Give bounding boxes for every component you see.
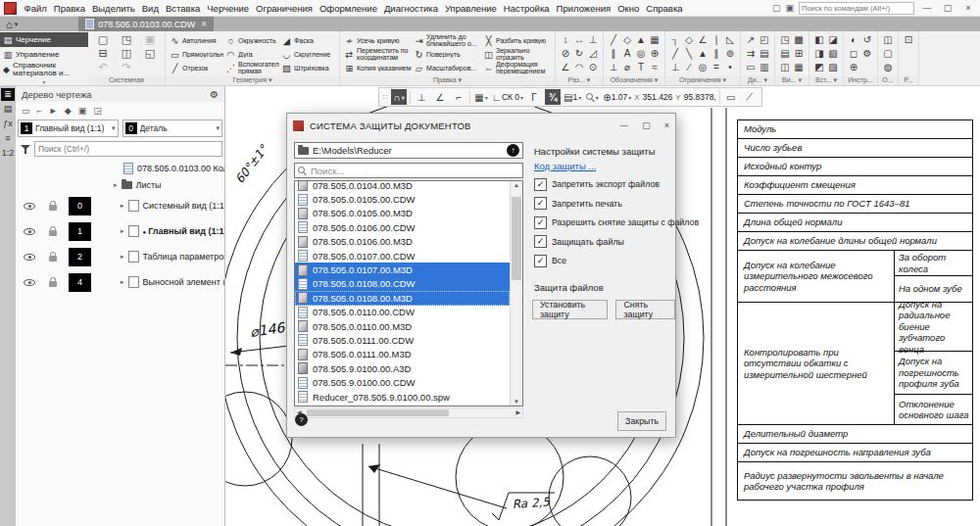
file-item[interactable]: 078.505.9.0100.00.CDW <box>295 375 510 389</box>
tree-item[interactable]: 4▸Выносной элемент (1:1) <box>16 269 224 295</box>
side-panel-tab[interactable]: 1:2 <box>1 147 15 160</box>
tree-search-input[interactable] <box>34 141 222 157</box>
mode-button[interactable]: ▤Черчение <box>0 32 88 47</box>
checkbox-checked-icon[interactable]: ✓ <box>534 255 547 267</box>
menu-item[interactable]: Выделить <box>88 3 138 14</box>
protection-checkbox[interactable]: ✓Все <box>534 255 699 266</box>
checkbox-checked-icon[interactable]: ✓ <box>534 235 547 248</box>
cad-tool-icon[interactable]: ↺ <box>861 33 873 46</box>
tree-toolbar-icon[interactable]: ► <box>49 106 58 116</box>
maximize-button[interactable]: ▢ <box>940 3 956 13</box>
gear-icon[interactable]: ⚙ <box>210 89 219 100</box>
cad-tool-icon[interactable]: ╲ <box>683 47 695 60</box>
cad-tool-icon[interactable]: ∠ <box>697 33 709 46</box>
modes-expander-icon[interactable]: ▾ <box>0 78 88 85</box>
grid-button[interactable]: ▦▾ <box>473 89 489 105</box>
checkbox-checked-icon[interactable]: ✓ <box>534 197 547 210</box>
ribbon-tool[interactable]: ▱Масштабиров... <box>414 61 481 74</box>
expand-icon[interactable]: ▸ <box>121 253 124 261</box>
close-dialog-button[interactable]: Закрыть <box>617 411 666 431</box>
layer-selector[interactable]: ▤ 1▾ <box>564 89 581 105</box>
cad-tool-icon[interactable]: ▤ <box>759 47 770 60</box>
close-button[interactable]: × <box>960 3 976 13</box>
menu-item[interactable]: Оформление <box>316 3 380 14</box>
zoom-scale-selector[interactable]: ⊕ 1.07▾ <box>603 89 631 105</box>
ribbon-tool[interactable]: ◡Скругление <box>281 47 335 61</box>
drag-handle[interactable]: ∷ <box>383 93 388 102</box>
menu-item[interactable]: Справка <box>643 3 686 14</box>
ortho-mode-icon[interactable]: Γ <box>526 89 542 105</box>
dialog-close-icon[interactable]: × <box>664 120 669 130</box>
cad-tool-icon[interactable]: ⊥ <box>608 61 619 73</box>
menu-item[interactable]: Приложения <box>553 3 614 14</box>
file-search-field[interactable]: Поиск... <box>294 163 523 178</box>
tree-item[interactable]: 1▸●Главный вид (1:1) <box>16 218 224 244</box>
cad-tool-icon[interactable]: ▲ <box>697 47 709 60</box>
cad-tool-icon[interactable]: ◪ <box>827 33 839 46</box>
window-layout-icon[interactable]: ▢ <box>772 3 781 13</box>
tree-toolbar-icon[interactable]: ▭ <box>22 106 30 116</box>
command-search-input[interactable] <box>799 2 914 15</box>
cad-tool-icon[interactable]: ◍ <box>882 61 894 73</box>
expand-icon[interactable]: ▸ <box>121 202 124 210</box>
cad-tool-icon[interactable]: ∕ <box>683 61 695 73</box>
cad-tool-icon[interactable]: ⊞ <box>793 47 805 60</box>
dialog-minimize-button[interactable]: — <box>619 120 628 130</box>
ribbon-tool[interactable]: ⇔Деформация перемещением <box>483 61 551 74</box>
ribbon-tool[interactable]: ↻Повернуть <box>414 47 481 61</box>
cad-tool-icon[interactable]: ▭ <box>745 61 757 73</box>
ribbon-tool[interactable]: ∿Автолиния <box>170 33 223 47</box>
cad-tool-icon[interactable]: ↻ <box>573 47 585 60</box>
cad-tool-icon[interactable]: ⊙ <box>587 61 599 73</box>
menu-item[interactable]: Ограничения <box>253 3 317 14</box>
ribbon-tool[interactable]: ⇄Переместить по координатам <box>344 47 412 61</box>
protection-checkbox[interactable]: ✓Разрешить снятие защиты с файлов <box>534 216 699 228</box>
cad-tool-icon[interactable]: ◫ <box>779 61 791 73</box>
cad-tool-icon[interactable]: ↔ <box>573 33 585 46</box>
cad-tool-icon[interactable]: ▧ <box>827 47 839 60</box>
current-part-selector[interactable]: 0 Деталь ▾ <box>122 120 223 137</box>
home-caret-icon[interactable]: ▾ <box>15 21 19 28</box>
rounding-snap-button[interactable]: ¾ <box>545 89 561 105</box>
ribbon-tool[interactable]: ▭Прямоугольник <box>170 47 223 61</box>
cad-tool-icon[interactable]: ◫ <box>116 47 137 60</box>
ribbon-tool[interactable]: ○Окружность <box>225 33 279 47</box>
file-item[interactable]: 078.505.0.0110.00.CDW <box>295 306 510 319</box>
file-item[interactable]: 078.505.0.0106.00.CDW <box>295 220 510 234</box>
cad-tool-icon[interactable]: ▩ <box>793 33 805 46</box>
cad-tool-icon[interactable]: ◳ <box>116 33 137 46</box>
ribbon-tool[interactable]: ╳Разбить кривую <box>483 33 551 47</box>
ribbon-tool[interactable]: ◫Зеркально отразить <box>483 47 551 61</box>
protection-code-link[interactable]: Код защиты ... <box>534 161 596 171</box>
up-level-button[interactable]: ↑ <box>507 144 519 157</box>
cad-tool-icon[interactable]: ◎ <box>635 47 647 60</box>
file-item[interactable]: 078.505.0.0107.00.CDW <box>295 249 510 263</box>
cad-tool-icon[interactable]: ◰ <box>759 33 770 46</box>
lock-icon[interactable] <box>49 205 57 211</box>
cad-tool-icon[interactable]: ⊥ <box>587 33 599 46</box>
cad-tool-icon[interactable]: ▨ <box>827 61 839 73</box>
cad-tool-icon[interactable]: ↗ <box>745 33 757 46</box>
cad-tool-icon[interactable]: ⊟ <box>92 47 114 60</box>
cad-tool-icon[interactable]: ◩ <box>813 61 825 73</box>
eye-icon[interactable] <box>24 276 35 288</box>
expand-icon[interactable]: ▸ <box>121 227 124 235</box>
file-item[interactable]: 078.505.0.0106.00.M3D <box>295 235 510 249</box>
cad-tool-icon[interactable]: ▤ <box>779 47 791 60</box>
tree-item[interactable]: 0▸Системный вид (1:1) <box>16 193 224 218</box>
menu-item[interactable]: Вид <box>138 3 162 14</box>
cad-tool-icon[interactable]: ▢ <box>882 47 894 60</box>
cad-tool-icon[interactable]: ◐ <box>848 33 859 46</box>
file-item[interactable]: 078.505.0.0111.00.CDW <box>295 333 510 347</box>
ribbon-tool[interactable]: ◢Фаска <box>281 33 335 47</box>
file-item[interactable]: 078.505.9.0100.00.A3D <box>295 361 510 375</box>
cad-tool-icon[interactable]: ◱ <box>139 47 161 60</box>
ribbon-tool[interactable]: ◠Дуга <box>225 47 279 61</box>
side-panel-tab[interactable]: ▤ <box>1 103 15 116</box>
cad-tool-icon[interactable]: ◨ <box>813 47 825 60</box>
tree-toolbar-icon[interactable]: ◆ <box>65 106 72 116</box>
set-protection-button[interactable]: Установить защиту <box>532 300 608 319</box>
cad-tool-icon[interactable]: ∥ <box>608 47 619 60</box>
cad-tool-icon[interactable]: ▦ <box>793 61 805 73</box>
cad-tool-icon[interactable]: ⊕ <box>649 47 661 60</box>
